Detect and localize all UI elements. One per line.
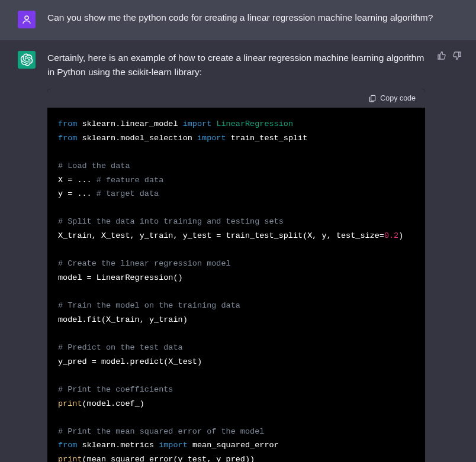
assistant-avatar	[18, 51, 36, 69]
user-message-text: Can you show me the python code for crea…	[47, 11, 462, 28]
copy-code-label: Copy code	[380, 94, 416, 102]
clipboard-icon	[368, 94, 377, 102]
thumbs-down-icon[interactable]	[452, 51, 462, 60]
code-content[interactable]: from sklearn.linear_model import LinearR…	[47, 108, 425, 462]
feedback-buttons	[437, 51, 462, 462]
assistant-content: Certainly, here is an example of how to …	[47, 51, 425, 462]
thumbs-up-icon[interactable]	[437, 51, 446, 60]
code-header: Copy code	[47, 89, 425, 108]
user-icon	[21, 14, 32, 25]
svg-point-0	[25, 16, 28, 20]
code-block: Copy code from sklearn.linear_model impo…	[47, 89, 425, 462]
assistant-message-row: Certainly, here is an example of how to …	[0, 40, 476, 462]
user-message-row: Can you show me the python code for crea…	[0, 0, 476, 40]
user-avatar	[18, 11, 36, 28]
assistant-intro-text: Certainly, here is an example of how to …	[47, 51, 425, 79]
svg-rect-1	[371, 95, 375, 101]
copy-code-button[interactable]: Copy code	[368, 94, 416, 102]
openai-icon	[20, 53, 33, 66]
